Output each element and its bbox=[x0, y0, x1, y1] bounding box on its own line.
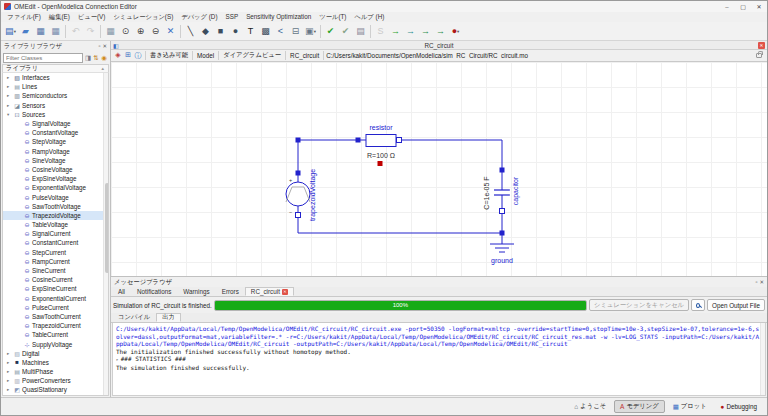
tree-item[interactable]: ▸ ▤ MultiPhase bbox=[3, 367, 108, 376]
tree-scrollbar-thumb[interactable] bbox=[105, 183, 109, 273]
redo-icon[interactable]: ↷ bbox=[83, 24, 98, 39]
diagram-view-icon[interactable]: ⊞ bbox=[123, 51, 133, 61]
menu-item[interactable]: 編集(E) bbox=[45, 12, 74, 22]
simulate-animation-icon[interactable]: → bbox=[433, 24, 448, 39]
debugging-view-button[interactable]: ● Debugging bbox=[715, 400, 763, 413]
tree-item[interactable]: ⊖ SignalVoltage bbox=[3, 119, 108, 128]
modeling-view-button[interactable]: A モデリング bbox=[614, 400, 665, 413]
simulation-setup-icon[interactable]: S bbox=[373, 24, 388, 39]
tree-item[interactable]: ▸ ▥ Semiconductors bbox=[3, 91, 108, 100]
cancel-simulation-button[interactable]: シミュレーションをキャンセル bbox=[589, 299, 689, 311]
maximize-button[interactable]: ▢ bbox=[735, 1, 751, 12]
tree-item[interactable]: ⊖ StepCurrent bbox=[3, 248, 108, 257]
instantiate-model-icon[interactable]: ▤ bbox=[353, 24, 368, 39]
welcome-view-button[interactable]: ⌂ ようこそ bbox=[568, 400, 612, 413]
tree-item[interactable]: ⊖ ExponentialVoltage bbox=[3, 183, 108, 192]
close-panel-icon[interactable]: ✕ bbox=[102, 43, 107, 49]
zoom-out-icon[interactable]: ⊖ bbox=[148, 24, 163, 39]
tree-item[interactable]: ⊖ ExponentialCurrent bbox=[3, 294, 108, 303]
capacitor-pin-p[interactable] bbox=[500, 168, 505, 173]
filter-classes-input[interactable] bbox=[3, 53, 83, 63]
undo-icon[interactable]: ↶ bbox=[68, 24, 83, 39]
tree-item[interactable]: ▸ ▤ Lines bbox=[3, 82, 108, 91]
menu-item[interactable]: SSP bbox=[222, 12, 243, 22]
simulate-output-icon[interactable]: → bbox=[418, 24, 433, 39]
tree-item[interactable]: ⊖ CosineVoltage bbox=[3, 165, 108, 174]
save-as-icon[interactable]: ▦ bbox=[48, 24, 63, 39]
save-icon[interactable]: ▦ bbox=[33, 24, 48, 39]
text-tool-icon[interactable]: T bbox=[243, 24, 258, 39]
filter-options-icon[interactable]: ◨ bbox=[84, 54, 92, 62]
new-window-icon[interactable]: ▣ ▾ bbox=[303, 24, 318, 39]
auto-scroll-icon[interactable]: ◉ bbox=[100, 54, 108, 62]
minimize-button[interactable]: – bbox=[719, 1, 735, 12]
new-model-icon[interactable]: ▤ ▾ bbox=[3, 24, 18, 39]
tree-item[interactable]: ⊖ PulseCurrent bbox=[3, 303, 108, 312]
documentation-icon[interactable]: ⓘ bbox=[133, 51, 143, 61]
tree-item[interactable]: ⊖ TrapezoidCurrent bbox=[3, 321, 108, 330]
tree-item[interactable]: ⊖ ExpSineCurrent bbox=[3, 284, 108, 293]
tree-item[interactable]: ⊖ SawToothCurrent bbox=[3, 312, 108, 321]
source-pin-p[interactable] bbox=[296, 171, 301, 176]
close-panel-icon[interactable]: ✕ bbox=[759, 279, 764, 285]
tree-item[interactable]: ⊖ RampVoltage bbox=[3, 147, 108, 156]
document-tab-title[interactable]: RC_circuit bbox=[111, 42, 767, 49]
message-tab[interactable]: Notifications bbox=[131, 287, 177, 296]
document-close-icon[interactable]: ✕ bbox=[758, 42, 765, 49]
tree-item[interactable]: ⊹ SupplyVoltage bbox=[3, 339, 108, 348]
sync-with-editor-icon[interactable]: ⇅ bbox=[92, 54, 100, 62]
float-panel-icon[interactable]: ▫ bbox=[755, 279, 757, 285]
tree-item[interactable]: ⊖ SawToothVoltage bbox=[3, 202, 108, 211]
simulate-transformational-icon[interactable]: → bbox=[403, 24, 418, 39]
message-tab[interactable]: All bbox=[112, 287, 131, 296]
writable-button[interactable]: 書き込み可能 bbox=[148, 51, 190, 60]
tree-item[interactable]: ⊖ ConstantVoltage bbox=[3, 128, 108, 137]
message-tab[interactable]: Warnings bbox=[177, 287, 215, 296]
open-transformational-debugger-button[interactable] bbox=[691, 299, 705, 311]
simulate-icon[interactable]: → bbox=[388, 24, 403, 39]
tree-item[interactable]: ▸ ◩ QuasiStationary bbox=[3, 385, 108, 394]
dropdown-arrow-icon[interactable]: ▾ bbox=[314, 29, 316, 34]
rectangle-tool-icon[interactable]: ■ bbox=[213, 24, 228, 39]
polygon-tool-icon[interactable]: ◆ bbox=[198, 24, 213, 39]
view-mode-label[interactable]: ダイアグラムビュー bbox=[221, 51, 283, 60]
tree-item[interactable]: ⊖ TableVoltage bbox=[3, 220, 108, 229]
connect-icon[interactable]: < bbox=[273, 24, 288, 39]
bitmap-tool-icon[interactable]: ▩ bbox=[258, 24, 273, 39]
tree-item[interactable]: ▸ ◪ Sensors bbox=[3, 101, 108, 110]
tree-scrollbar[interactable] bbox=[103, 73, 108, 395]
tree-item[interactable]: ▸ ▧ Interfaces bbox=[3, 73, 108, 82]
resistor-component[interactable]: resistor R=100 Ω bbox=[356, 124, 402, 166]
menu-item[interactable]: Sensitivity Optimization bbox=[242, 12, 315, 22]
trapezoid-voltage-component[interactable]: + − trapezoidVoltage bbox=[286, 169, 317, 221]
zoom-in-icon[interactable]: ⊕ bbox=[133, 24, 148, 39]
transition-icon[interactable]: ⊟ bbox=[288, 24, 303, 39]
console-tab[interactable]: 出力 bbox=[156, 313, 181, 322]
tree-item[interactable]: ⊖ SignalCurrent bbox=[3, 229, 108, 238]
menu-item[interactable]: ファイル(F) bbox=[3, 12, 45, 22]
message-tab[interactable]: Errors bbox=[216, 287, 245, 296]
open-file-icon[interactable]: ▰ bbox=[18, 24, 33, 39]
line-tool-icon[interactable]: ╲ bbox=[183, 24, 198, 39]
tree-item[interactable]: ⊖ StepVoltage bbox=[3, 137, 108, 146]
tree-item[interactable]: ▸ ▦ Spice3 bbox=[3, 395, 108, 396]
float-panel-icon[interactable]: ▫ bbox=[98, 43, 100, 49]
connection-wires[interactable] bbox=[298, 140, 502, 244]
tree-item[interactable]: ▾ ⊡ Sources bbox=[3, 110, 108, 119]
tree-item[interactable]: ⊖ TableCurrent bbox=[3, 330, 108, 339]
tree-item[interactable]: ⊖ PulseVoltage bbox=[3, 192, 108, 201]
tree-item[interactable]: ⊖ CosineCurrent bbox=[3, 275, 108, 284]
close-button[interactable]: ✕ bbox=[751, 1, 767, 12]
resistor-pin-p[interactable] bbox=[356, 138, 361, 143]
tree-item[interactable]: ▸ ■ Machines bbox=[3, 358, 108, 367]
tree-item[interactable]: ⊖ TrapezoidVoltage bbox=[3, 211, 108, 220]
check-all-models-icon[interactable]: ✔ bbox=[338, 24, 353, 39]
fit-window-icon[interactable]: ✕ bbox=[163, 24, 178, 39]
dropdown-arrow-icon[interactable]: ▾ bbox=[14, 29, 16, 34]
tree-item[interactable]: ⊖ ConstantCurrent bbox=[3, 238, 108, 247]
debug-icon[interactable]: ● ▾ bbox=[448, 24, 463, 39]
tree-item[interactable]: ⊖ SineCurrent bbox=[3, 266, 108, 275]
message-tab[interactable]: RC_circuit ✕ bbox=[245, 287, 294, 296]
plotting-view-button[interactable]: ▦ プロット bbox=[667, 400, 713, 413]
diagram-canvas[interactable]: resistor R=100 Ω + − trapezoidVoltage bbox=[111, 62, 767, 276]
